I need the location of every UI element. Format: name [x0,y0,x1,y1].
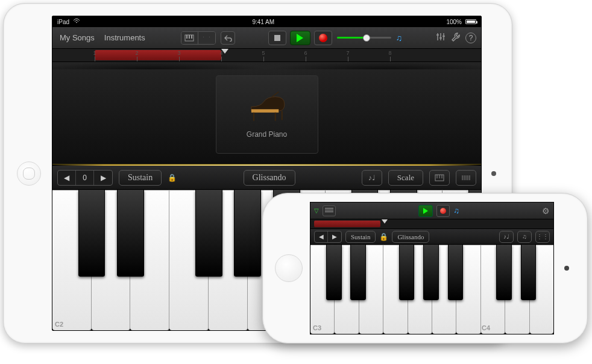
battery-icon [465,19,476,24]
scale-button[interactable]: Scale [388,170,423,186]
keyboard-view-icon[interactable] [181,32,198,44]
black-key[interactable] [195,190,222,277]
lock-icon: 🔒 [168,174,177,182]
record-button[interactable] [436,205,450,217]
mixer-icon[interactable] [435,32,446,43]
bar-label: 5 [262,50,265,56]
settings-gear-icon[interactable]: ⚙ [542,206,550,216]
bar-label: 8 [388,50,391,56]
app-toolbar: My Songs Instruments [52,27,481,49]
bar-label: 3 [177,50,180,56]
octave-down-icon[interactable]: ◀ [58,171,76,185]
octave-stepper[interactable]: ◀ 0 ▶ [57,170,113,186]
status-bar: iPad 9:41 AM 100% [52,16,481,27]
instrument-panel: Grand Piano [52,62,481,165]
settings-wrench-icon[interactable] [451,32,461,43]
svg-rect-3 [191,35,192,39]
svg-rect-2 [189,35,190,39]
black-key[interactable] [399,245,414,300]
bar-label: 4 [219,50,222,56]
svg-rect-4 [251,109,278,113]
play-button[interactable] [418,205,433,217]
app-toolbar: ▽ ♫ ⚙ [310,202,553,219]
black-key[interactable] [521,245,536,300]
black-key[interactable] [78,190,105,277]
timeline-ruler[interactable]: 1 2 3 4 5 6 7 8 [52,49,481,62]
autoplay-icon[interactable]: ♪♩ [499,231,514,243]
instruments-button[interactable]: Instruments [102,32,148,43]
keyboard-controls: ◀ ▶ Sustain 🔒 Glissando ♪♩ ♫ ⋮⋮ [310,229,553,245]
record-button[interactable] [314,31,332,45]
sustain-button[interactable]: Sustain [345,231,376,243]
clock: 9:41 AM [252,19,274,25]
transport-controls [268,31,332,45]
glissando-button[interactable]: Glissando [392,231,429,243]
svg-rect-1 [186,35,187,39]
note-editor-icon[interactable]: ♫ [396,33,403,43]
battery-percent: 100% [446,19,462,25]
iphone-camera [564,266,569,271]
black-key[interactable] [448,245,463,300]
black-key[interactable] [117,190,144,277]
my-songs-button[interactable]: My Songs [57,32,97,43]
black-key[interactable] [350,245,365,300]
sustain-button[interactable]: Sustain [119,170,162,186]
octave-label: C4 [482,324,490,331]
timeline-ruler[interactable] [310,219,553,229]
octave-label: C2 [55,321,63,328]
octave-value: 0 [76,171,94,185]
lock-icon: 🔒 [379,233,388,241]
browser-toggle-icon[interactable]: ▽ [314,207,319,214]
bar-label: 7 [346,50,349,56]
glissando-button[interactable]: Glissando [244,170,295,186]
bar-label: 1 [93,50,96,56]
view-segment[interactable] [181,31,216,45]
instrument-name: Grand Piano [247,130,287,139]
master-volume-slider[interactable] [337,37,391,39]
iphone-screen: ▽ ♫ ⚙ ◀ ▶ Sustain 🔒 Glissando ♪♩ ♫ ⋮⋮ [310,202,554,334]
tracks-view-icon[interactable] [198,32,215,44]
play-button[interactable] [290,31,310,45]
iphone-device: ▽ ♫ ⚙ ◀ ▶ Sustain 🔒 Glissando ♪♩ ♫ ⋮⋮ [262,193,588,344]
instrument-selector[interactable]: Grand Piano [216,75,318,154]
ipad-camera [491,171,496,176]
bar-label: 6 [304,50,307,56]
svg-line-8 [272,92,279,96]
ipad-home-button[interactable] [17,162,41,186]
arpeggiator-icon[interactable] [429,170,450,186]
octave-up-icon[interactable]: ▶ [328,231,341,242]
stop-button[interactable] [268,31,286,45]
bar-label: 2 [135,50,138,56]
cycle-region[interactable] [314,221,380,227]
keyboard-layout-icon[interactable] [456,170,476,186]
note-editor-icon[interactable]: ♫ [453,206,459,215]
black-key[interactable] [326,245,341,300]
device-label: iPad [57,19,69,25]
help-button[interactable]: ? [465,33,476,43]
octave-down-icon[interactable]: ◀ [315,231,328,242]
octave-label: C3 [313,324,321,331]
grand-piano-icon [246,91,288,124]
octave-up-icon[interactable]: ▶ [94,171,112,185]
keyboard-controls: ◀ 0 ▶ Sustain 🔒 Glissando ♪♩ Scale [52,166,481,190]
black-key[interactable] [423,245,438,300]
cycle-region[interactable] [95,50,221,60]
arpeggiator-icon[interactable]: ♫ [517,231,532,243]
autoplay-icon[interactable]: ♪♩ [362,170,382,186]
tracks-view-icon[interactable] [323,206,336,216]
undo-button[interactable] [221,31,235,45]
keyboard-layout-icon[interactable]: ⋮⋮ [535,231,550,243]
black-key[interactable] [496,245,511,300]
wifi-icon [73,18,80,25]
piano-keyboard[interactable]: C3 C4 [310,245,553,334]
iphone-home-button[interactable] [275,254,303,282]
black-key[interactable] [234,190,261,277]
octave-stepper[interactable]: ◀ ▶ [314,231,342,243]
